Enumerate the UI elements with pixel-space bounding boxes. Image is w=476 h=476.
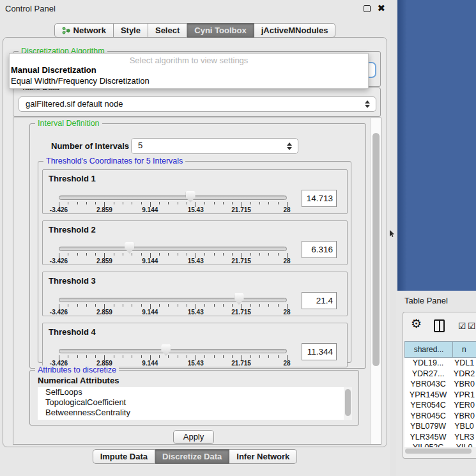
tab-style[interactable]: Style <box>114 23 148 38</box>
tick-mark <box>95 202 96 204</box>
table-row[interactable]: YBR045CYBR0 <box>404 411 476 422</box>
attribute-list-item[interactable]: SelfLoops <box>38 387 352 397</box>
settings-scroll-pane: Interval Definition Number of Intervals … <box>13 118 381 445</box>
cell-shared-name[interactable]: YLR345W <box>404 432 452 443</box>
threshold-value-input[interactable]: 14.713 <box>302 190 337 207</box>
tick-mark <box>86 355 87 358</box>
float-window-icon[interactable] <box>364 5 371 12</box>
threshold-value-input[interactable]: 21.4 <box>302 292 337 309</box>
table-row[interactable]: YBL079WYBL0 <box>404 421 476 432</box>
tick-mark <box>187 355 187 358</box>
cell-shared-name[interactable]: YPR145W <box>404 390 452 401</box>
group-title: Attributes to discretize <box>35 365 119 374</box>
tick-mark <box>259 304 260 307</box>
scrollbar-thumb[interactable] <box>345 389 351 416</box>
threshold-label: Threshold 1 <box>49 174 96 183</box>
tick-mark <box>168 304 169 307</box>
window-title: Control Panel <box>5 4 56 13</box>
tick-mark <box>123 355 123 358</box>
slider-thumb[interactable] <box>125 242 134 254</box>
cell-name[interactable]: YDR2 <box>452 369 476 380</box>
slider-thumb[interactable] <box>186 191 196 203</box>
number-of-intervals-combobox[interactable]: 5 <box>131 138 298 154</box>
threshold-label: Threshold 4 <box>49 327 96 337</box>
tick-mark <box>68 355 68 358</box>
slider-track[interactable] <box>59 196 287 200</box>
cell-shared-name[interactable]: YDL19... <box>404 358 452 369</box>
dropdown-option[interactable]: Manual Discretization <box>10 65 368 75</box>
cell-shared-name[interactable]: YIL052C <box>404 442 452 447</box>
column-header-name[interactable]: n <box>453 341 476 358</box>
network-icon <box>62 26 70 35</box>
slider-thumb[interactable] <box>234 293 244 305</box>
split-view-icon[interactable] <box>434 319 445 332</box>
combo-stepper-icon[interactable] <box>287 142 293 150</box>
table-data-combobox[interactable]: galFiltered.sif default node <box>19 96 376 112</box>
tick-mark <box>86 253 87 256</box>
vertical-scrollbar[interactable] <box>371 118 381 444</box>
slider-thumb[interactable] <box>161 344 171 356</box>
cell-name[interactable]: YDL1 <box>452 358 476 369</box>
scrollbar-thumb[interactable] <box>405 449 472 454</box>
table-panel: ⚙ ☑ ☑ shared... n YDL19...YDL1YDR27...YD… <box>403 312 476 459</box>
tick-mark <box>114 202 114 204</box>
cell-shared-name[interactable]: YBR043C <box>404 379 452 390</box>
cell-name[interactable]: YPR1 <box>452 390 476 401</box>
threshold-label: Threshold 3 <box>49 276 96 286</box>
table-row[interactable]: YBR043CYBR0 <box>404 379 476 390</box>
tab-impute-data[interactable]: Impute Data <box>93 449 155 464</box>
slider-track[interactable] <box>59 298 287 302</box>
cell-shared-name[interactable]: YER054C <box>404 400 452 411</box>
numerical-attributes-list: SelfLoopsTopologicalCoefficientBetweenne… <box>38 387 352 420</box>
column-header-shared-name[interactable]: shared... <box>404 341 453 358</box>
dropdown-option[interactable]: Equal Width/Frequency Discretization <box>10 75 368 86</box>
attribute-list-item[interactable]: BetweennessCentrality <box>38 408 352 418</box>
tab-select[interactable]: Select <box>148 23 187 38</box>
attribute-list-item[interactable]: TopologicalCoefficient <box>38 397 352 408</box>
table-row[interactable]: YIL052CYIL0 <box>404 442 476 447</box>
checkbox-checked-icon[interactable]: ☑ <box>458 321 466 330</box>
tab-cyni-toolbox[interactable]: Cyni Toolbox <box>187 23 254 38</box>
table-row[interactable]: YLR345WYLR3 <box>404 432 476 443</box>
tab-jactivemnodules[interactable]: jActiveMNodules <box>254 23 336 38</box>
table-row[interactable]: YDL19...YDL1 <box>404 358 476 369</box>
slider-track[interactable] <box>59 349 287 353</box>
cell-name[interactable]: YBR0 <box>452 379 476 390</box>
table-panel-section: Table Panel ⚙ ☑ ☑ shared... n YDL19...YD… <box>396 291 476 476</box>
table-row[interactable]: YPR145WYPR1 <box>404 390 476 401</box>
list-scrollbar[interactable] <box>344 387 352 420</box>
axis-tick-label: -3.426 <box>50 309 68 316</box>
threshold-value-input[interactable]: 6.316 <box>302 241 337 258</box>
cell-name[interactable]: YER0 <box>452 400 476 411</box>
apply-button[interactable]: Apply <box>173 430 214 444</box>
cell-name[interactable]: YLR3 <box>452 432 476 443</box>
checkbox-checked-icon[interactable]: ☑ <box>468 321 476 330</box>
tab-infer-network[interactable]: Infer Network <box>229 449 297 464</box>
table-row[interactable]: YDR27...YDR2 <box>404 369 476 380</box>
combo-stepper-icon[interactable] <box>365 100 371 108</box>
cell-name[interactable]: YBL0 <box>452 421 476 432</box>
axis-tick-label: -3.426 <box>50 257 68 265</box>
tick-mark <box>232 304 233 307</box>
tick-mark <box>223 253 224 256</box>
horizontal-scrollbar[interactable] <box>404 448 475 454</box>
cell-shared-name[interactable]: YBR045C <box>404 411 452 422</box>
number-of-intervals-label: Number of Intervals <box>51 141 129 151</box>
cell-shared-name[interactable]: YBL079W <box>404 421 452 432</box>
tick-mark <box>214 253 215 256</box>
cell-name[interactable]: YIL0 <box>452 442 476 447</box>
tick-mark <box>204 253 205 256</box>
scrollbar-thumb[interactable] <box>372 133 380 366</box>
tab-discretize-data[interactable]: Discretize Data <box>155 449 229 464</box>
cell-name[interactable]: YBR0 <box>452 411 476 422</box>
tick-mark <box>159 355 160 358</box>
tick-mark <box>250 304 251 307</box>
tab-network[interactable]: Network <box>54 23 114 38</box>
slider-track[interactable] <box>59 247 287 251</box>
settings-gear-icon[interactable]: ⚙ <box>411 318 422 330</box>
threshold-value-input[interactable]: 11.344 <box>302 343 337 360</box>
cell-shared-name[interactable]: YDR27... <box>404 369 452 380</box>
close-icon[interactable]: ✖ <box>377 3 385 14</box>
table-row[interactable]: YER054CYER0 <box>404 400 476 411</box>
tick-mark <box>159 202 160 204</box>
